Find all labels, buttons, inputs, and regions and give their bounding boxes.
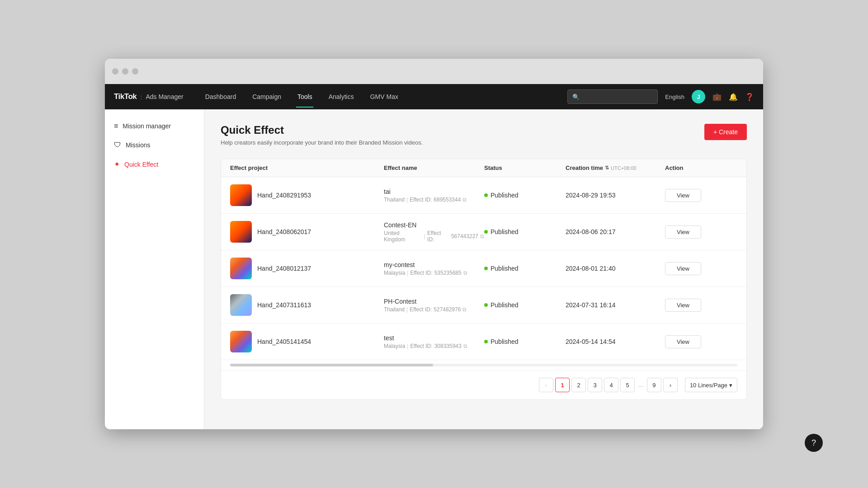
- view-button[interactable]: View: [665, 189, 701, 202]
- effect-name: tai: [384, 188, 484, 195]
- page-1-button[interactable]: 1: [555, 378, 570, 392]
- effect-meta: Thailand | Effect ID: 689553344 ⧉: [384, 197, 484, 203]
- th-effect-name: Effect name: [384, 164, 484, 171]
- nav-gmvmax[interactable]: GMV Max: [363, 89, 406, 104]
- project-name: Hand_2408062017: [257, 228, 311, 235]
- prev-page-button[interactable]: ‹: [539, 378, 553, 392]
- page-3-button[interactable]: 3: [588, 378, 602, 392]
- page-ellipsis: ...: [637, 378, 645, 392]
- nav-tools[interactable]: Tools: [290, 89, 320, 104]
- status-cell: Published: [484, 228, 566, 235]
- status-cell: Published: [484, 265, 566, 272]
- bell-icon[interactable]: 🔔: [729, 93, 738, 101]
- copy-icon[interactable]: ⧉: [462, 306, 467, 313]
- effect-name-cell: test Malaysia | Effect ID: 308335943 ⧉: [384, 334, 484, 349]
- effect-project-cell: Hand_2405141454: [230, 331, 384, 352]
- table-row: Hand_2408291953 tai Thailand | Effect ID…: [221, 177, 746, 214]
- help-fab-button[interactable]: ?: [805, 434, 823, 452]
- page-9-button[interactable]: 9: [647, 378, 661, 392]
- creation-time: 2024-08-06 20:17: [566, 228, 665, 235]
- page-subtitle: Help creators easily incorporate your br…: [221, 139, 423, 146]
- nav-campaign[interactable]: Campaign: [245, 89, 288, 104]
- nav-analytics[interactable]: Analytics: [321, 89, 361, 104]
- effect-name-cell: my-contest Malaysia | Effect ID: 5352356…: [384, 261, 484, 276]
- page-header: Quick Effect Help creators easily incorp…: [221, 124, 747, 146]
- effect-project-cell: Hand_2408291953: [230, 184, 384, 206]
- effect-project-cell: Hand_2408062017: [230, 221, 384, 243]
- traffic-maximize[interactable]: [132, 68, 138, 75]
- effect-name: my-contest: [384, 261, 484, 268]
- nav-dashboard[interactable]: Dashboard: [198, 89, 244, 104]
- page-5-button[interactable]: 5: [620, 378, 635, 392]
- effect-project-cell: Hand_2408012137: [230, 258, 384, 279]
- page-title: Quick Effect: [221, 124, 423, 136]
- horizontal-scrollbar[interactable]: [230, 364, 737, 366]
- sort-icon[interactable]: ⇅: [605, 165, 609, 171]
- top-nav: TikTok : Ads Manager Dashboard Campaign …: [105, 84, 763, 109]
- thumbnail: [230, 184, 252, 206]
- effect-name: Contest-EN: [384, 221, 484, 229]
- view-button[interactable]: View: [665, 299, 701, 312]
- traffic-close[interactable]: [112, 68, 118, 75]
- status-cell: Published: [484, 301, 566, 309]
- project-name: Hand_2407311613: [257, 301, 311, 309]
- main-area: ≡ Mission manager 🛡 Missions ✦ Quick Eff…: [105, 109, 763, 429]
- traffic-minimize[interactable]: [122, 68, 128, 75]
- sidebar-item-label: Missions: [126, 141, 150, 149]
- effect-meta: Thailand | Effect ID: 527482976 ⧉: [384, 306, 484, 313]
- page-2-button[interactable]: 2: [571, 378, 586, 392]
- help-icon[interactable]: ❓: [745, 93, 754, 101]
- effect-name-cell: Contest-EN United Kingdom | Effect ID: 5…: [384, 221, 484, 243]
- effect-icon: ✦: [114, 160, 120, 169]
- action-cell: View: [665, 335, 737, 348]
- main-content: Quick Effect Help creators easily incorp…: [204, 109, 763, 429]
- nav-items: Dashboard Campaign Tools Analytics GMV M…: [198, 89, 568, 104]
- view-button[interactable]: View: [665, 225, 701, 239]
- page-title-area: Quick Effect Help creators easily incorp…: [221, 124, 423, 146]
- project-name: Hand_2408012137: [257, 265, 311, 272]
- effect-table: Effect project Effect name Status Creati…: [221, 159, 747, 400]
- chevron-down-icon: ▾: [729, 382, 732, 389]
- thumbnail: [230, 221, 252, 243]
- create-button[interactable]: + Create: [704, 124, 747, 140]
- view-button[interactable]: View: [665, 335, 701, 348]
- effect-name: test: [384, 334, 484, 342]
- table-row: Hand_2407311613 PH-Contest Thailand | Ef…: [221, 287, 746, 324]
- creation-time: 2024-07-31 16:14: [566, 301, 665, 309]
- lines-per-page-selector[interactable]: 10 Lines/Page ▾: [685, 378, 737, 392]
- search-icon: 🔍: [572, 94, 580, 100]
- briefcase-icon[interactable]: 💼: [712, 93, 722, 101]
- pagination: ‹ 1 2 3 4 5 ... 9 › 10 Lines/Page ▾: [221, 370, 746, 399]
- sidebar-item-missions[interactable]: 🛡 Missions: [105, 136, 204, 155]
- action-cell: View: [665, 189, 737, 202]
- next-page-button[interactable]: ›: [663, 378, 678, 392]
- th-status: Status: [484, 164, 566, 171]
- sidebar-item-label: Quick Effect: [124, 161, 158, 168]
- copy-icon[interactable]: ⧉: [480, 233, 484, 239]
- table-header: Effect project Effect name Status Creati…: [221, 159, 746, 177]
- effect-project-cell: Hand_2407311613: [230, 294, 384, 316]
- shield-icon: 🛡: [114, 141, 121, 149]
- brand-logo: TikTok : Ads Manager: [114, 92, 184, 101]
- thumbnail: [230, 294, 252, 316]
- action-cell: View: [665, 225, 737, 239]
- copy-icon[interactable]: ⧉: [463, 270, 467, 276]
- copy-icon[interactable]: ⧉: [463, 343, 467, 349]
- scrollbar-area: [221, 360, 746, 370]
- table-row: Hand_2405141454 test Malaysia | Effect I…: [221, 324, 746, 360]
- language-selector[interactable]: English: [665, 94, 684, 100]
- scrollbar-thumb[interactable]: [230, 364, 433, 366]
- sidebar-item-mission-manager[interactable]: ≡ Mission manager: [105, 117, 204, 136]
- effect-meta: Malaysia | Effect ID: 535235685 ⧉: [384, 270, 484, 276]
- view-button[interactable]: View: [665, 262, 701, 275]
- search-bar[interactable]: 🔍: [567, 89, 658, 104]
- copy-icon[interactable]: ⧉: [462, 197, 467, 203]
- page-4-button[interactable]: 4: [604, 378, 618, 392]
- menu-icon: ≡: [114, 122, 118, 130]
- status-dot: [484, 230, 488, 234]
- action-cell: View: [665, 299, 737, 312]
- th-action: Action: [665, 164, 737, 171]
- sidebar-item-label: Mission manager: [123, 122, 171, 130]
- avatar[interactable]: J: [692, 90, 705, 103]
- sidebar-item-quick-effect[interactable]: ✦ Quick Effect: [105, 155, 204, 174]
